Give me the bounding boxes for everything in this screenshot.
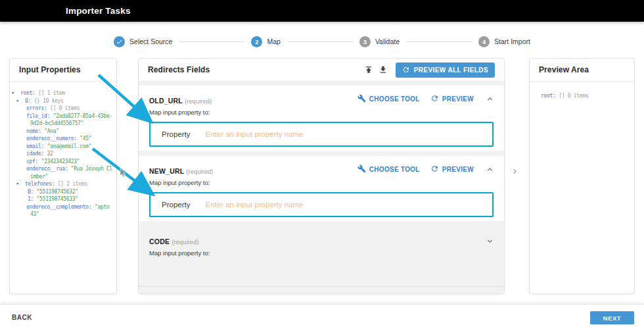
import-stepper: Select Source2Map3Validate4Start Import xyxy=(0,36,644,47)
field-name: CODE xyxy=(149,238,170,245)
json-value: "ana@email.com" xyxy=(47,143,92,149)
stepper-step-select-source[interactable]: Select Source xyxy=(114,36,172,47)
json-value: 32 xyxy=(47,151,53,157)
chevron-right-icon[interactable] xyxy=(510,166,520,177)
json-key: endereco__complemento xyxy=(26,204,89,210)
json-tree-row: nome: "Ana" xyxy=(16,128,114,136)
preview-all-fields-label: PREVIEW ALL FIELDS xyxy=(414,66,488,74)
choose-tool-button[interactable]: CHOOSE TOOL xyxy=(357,164,420,174)
json-tree-row: ▼0: {} 10 keys xyxy=(16,97,114,105)
json-bracket: [] xyxy=(38,90,47,96)
back-button[interactable]: BACK xyxy=(12,311,32,324)
stepper-step-validate[interactable]: 3Validate xyxy=(359,36,400,47)
json-key: endereco__numero xyxy=(26,136,74,141)
field-actions: CHOOSE TOOLPREVIEW xyxy=(357,93,495,104)
collapse-triangle-icon[interactable]: ▼ xyxy=(20,180,25,188)
preview-label: PREVIEW xyxy=(442,95,474,103)
input-properties-panel: Input Properties ▼root: [] 1 item▼0: {} … xyxy=(9,58,117,294)
collapse-triangle-icon[interactable]: ▼ xyxy=(20,97,25,105)
json-tree-row: errors: [] 0 items xyxy=(16,105,114,113)
refresh-icon xyxy=(430,164,439,174)
choose-tool-button[interactable]: CHOOSE TOOL xyxy=(357,94,420,104)
json-bracket: [] xyxy=(50,105,59,111)
json-key: root xyxy=(20,90,32,96)
next-button[interactable]: NEXT xyxy=(590,311,634,324)
json-tree-row: endereco__numero: "45" xyxy=(16,135,114,143)
json-key: idade xyxy=(26,151,41,157)
preview-button[interactable]: PREVIEW xyxy=(430,164,474,174)
json-item-count: 10 keys xyxy=(43,98,64,104)
redirects-fields-title: Redirects Fields xyxy=(148,65,210,74)
stepper-connector xyxy=(287,41,353,42)
field-section-old_url: OLD_URL(required)Map input property to:P… xyxy=(139,86,504,151)
preview-area-panel: Preview Area root: [] 0 items xyxy=(529,58,635,294)
page-title: Importer Tasks xyxy=(66,6,131,16)
app-bar: Importer Tasks xyxy=(0,0,644,22)
step-check-icon[interactable] xyxy=(114,36,125,47)
json-value: "45" xyxy=(80,136,91,141)
field-name: NEW_URL xyxy=(149,167,184,175)
input-properties-json-tree: ▼root: [] 1 item▼0: {} 10 keyserrors: []… xyxy=(10,82,116,226)
stepper-connector xyxy=(406,41,472,42)
property-label: Property xyxy=(162,201,190,209)
stepper-step-map[interactable]: 2Map xyxy=(251,36,280,47)
step-number[interactable]: 2 xyxy=(251,36,262,47)
map-input-property-label: Map input property to: xyxy=(149,249,494,257)
json-tree-row: cpf: "23423423423" xyxy=(16,158,114,166)
json-value: "551198745633" xyxy=(37,196,78,202)
preview-json-tree: root: [] 0 items xyxy=(530,82,634,108)
field-name: OLD_URL xyxy=(149,97,183,105)
refresh-icon xyxy=(402,66,410,74)
json-value: "23423423423" xyxy=(41,159,80,164)
collapse-triangle-icon[interactable]: ▼ xyxy=(16,89,20,97)
property-input-box: Property xyxy=(149,192,494,217)
preview-label: PREVIEW xyxy=(442,166,474,173)
stepper-connector xyxy=(179,41,244,42)
json-key: endereco__rua xyxy=(26,166,65,172)
field-actions: CHOOSE TOOLPREVIEW xyxy=(357,164,495,174)
preview-area-title: Preview Area xyxy=(530,59,634,82)
property-input[interactable] xyxy=(204,200,486,209)
chevron-up-icon[interactable] xyxy=(484,93,495,104)
json-key: nome xyxy=(26,128,38,134)
json-key: errors xyxy=(26,105,44,111)
json-key: cpf xyxy=(26,159,35,164)
json-value: "551198745632" xyxy=(37,189,78,195)
json-tree-row: ▼root: [] 1 item xyxy=(16,89,114,97)
mouse-cursor xyxy=(120,168,126,177)
property-label: Property xyxy=(162,130,190,138)
download-icon[interactable] xyxy=(376,63,390,77)
chevron-down-icon[interactable] xyxy=(484,236,495,246)
map-input-property-label: Map input property to: xyxy=(149,109,494,116)
json-tree-row: file_id: "2ada8277-85a4-43be-9d2d-bc5dd4… xyxy=(16,113,114,128)
property-input[interactable] xyxy=(204,130,486,139)
json-tree-row: email: "ana@email.com" xyxy=(16,143,114,151)
json-bracket: {} xyxy=(34,98,43,104)
preview-all-fields-button[interactable]: PREVIEW ALL FIELDS xyxy=(396,63,495,78)
json-tree-row: endereco__complemento: "apto 43" xyxy=(16,203,114,218)
step-label: Select Source xyxy=(129,38,172,45)
preview-root-key: root xyxy=(541,93,553,99)
choose-tool-label: CHOOSE TOOL xyxy=(369,95,420,103)
redirects-fields-panel: Redirects Fields PREVIEW ALL FIELDS OLD_… xyxy=(138,58,505,294)
json-item-count: 0 items xyxy=(59,105,80,111)
json-item-count: 2 items xyxy=(66,181,87,187)
input-properties-title: Input Properties xyxy=(10,59,116,82)
json-item-count: 1 item xyxy=(47,90,65,96)
step-number[interactable]: 4 xyxy=(478,36,490,47)
field-section-new_url: NEW_URL(required)Map input property to:P… xyxy=(139,156,504,221)
step-label: Validate xyxy=(375,38,400,45)
choose-tool-label: CHOOSE TOOL xyxy=(369,166,420,173)
field-required-label: (required) xyxy=(185,97,212,105)
footer-bar xyxy=(0,304,644,329)
stepper-step-start-import[interactable]: 4Start Import xyxy=(478,36,530,47)
field-section-code: CODE(required)Map input property to: xyxy=(139,226,504,287)
chevron-up-icon[interactable] xyxy=(484,164,495,174)
tool-icon xyxy=(357,164,366,174)
preview-button[interactable]: PREVIEW xyxy=(430,94,474,104)
json-key: file_id xyxy=(26,113,47,119)
step-number[interactable]: 3 xyxy=(359,36,371,47)
property-input-box: Property xyxy=(149,122,494,147)
upload-icon[interactable] xyxy=(361,63,376,77)
step-label: Map xyxy=(267,38,280,45)
